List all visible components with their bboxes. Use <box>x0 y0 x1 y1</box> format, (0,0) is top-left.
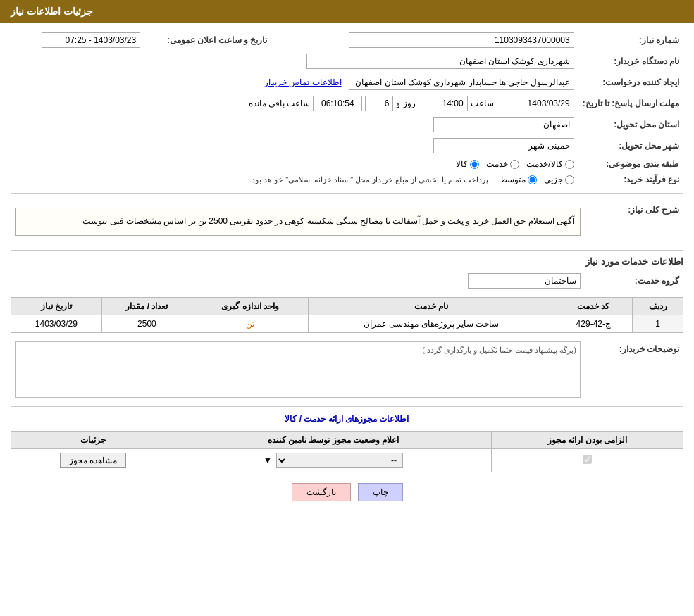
back-button[interactable]: بازگشت <box>292 483 351 501</box>
creator-input <box>349 75 574 90</box>
divider-2 <box>11 250 683 251</box>
permit-required-cell <box>492 448 683 472</box>
province-input <box>433 117 574 132</box>
main-content: شماره نیاز: تاریخ و ساعت اعلان عمومی: نا… <box>0 23 694 519</box>
buyer-notes-table: توضیحات خریدار: (برگه پیشنهاد قیمت حتما … <box>11 339 683 401</box>
col-header-name: نام خدمت <box>308 297 554 315</box>
view-permit-button[interactable]: مشاهده مجوز <box>60 453 126 468</box>
process-label: نوع فرآیند خرید: <box>578 172 683 187</box>
print-button[interactable]: چاپ <box>358 483 403 501</box>
response-days-input <box>365 96 393 111</box>
category-label: طبقه بندی موضوعی: <box>578 156 683 172</box>
bottom-buttons: چاپ بازگشت <box>11 483 683 501</box>
col-header-code: کد خدمت <box>554 297 633 315</box>
process-note: پرداخت تمام یا بخشی از مبلغ خریداز محل "… <box>249 175 488 184</box>
permits-table: الزامی بودن ارائه مجوز اعلام وضعیت مجوز … <box>11 431 683 472</box>
buyer-org-label: نام دستگاه خریدار: <box>578 51 683 72</box>
col-header-unit: واحد اندازه گیری <box>192 297 309 315</box>
province-label: استان محل تحویل: <box>578 114 683 135</box>
need-number-input <box>349 32 574 48</box>
need-description-text: آگهی استعلام حق العمل خرید و پخت و حمل آ… <box>82 216 574 226</box>
permit-status-cell: -- ▼ <box>175 448 491 472</box>
category-option-kala-khedmat[interactable]: کالا/خدمت <box>526 159 574 169</box>
need-description-box: آگهی استعلام حق العمل خرید و پخت و حمل آ… <box>15 208 581 236</box>
buyer-notes-label: توضیحات خریدار: <box>585 339 683 401</box>
buyer-org-input <box>306 54 574 69</box>
process-radio-group: جزیی متوسط <box>500 175 574 184</box>
cell-qty: 2500 <box>101 315 192 332</box>
category-option-kala[interactable]: کالا <box>456 159 479 169</box>
response-deadline-label: مهلت ارسال پاسخ: تا تاریخ: <box>578 93 683 114</box>
service-group-label: گروه خدمت: <box>585 270 683 291</box>
city-label: شهر محل تحویل: <box>578 135 683 156</box>
cell-date: 1403/03/29 <box>11 315 102 332</box>
col-header-qty: تعداد / مقدار <box>101 297 192 315</box>
permit-required-checkbox <box>583 455 592 464</box>
page-container: جزئیات اطلاعات نیاز شماره نیاز: تاریخ و … <box>0 0 694 616</box>
cell-row: 1 <box>633 315 683 332</box>
remaining-time-box: 06:10:54 <box>313 96 362 111</box>
process-option-motavaset[interactable]: متوسط <box>500 175 537 184</box>
service-group-table: گروه خدمت: <box>11 270 683 291</box>
category-radio-group: کالا/خدمت خدمت کالا <box>15 159 574 169</box>
description-table: شرح کلی نیاز: آگهی استعلام حق العمل خرید… <box>11 199 683 244</box>
announce-date-label: تاریخ و ساعت اعلان عمومی: <box>144 30 271 51</box>
permit-row: -- ▼ مشاهده مجوز <box>11 448 683 472</box>
divider-1 <box>11 193 683 194</box>
cell-name: ساخت سایر پروژه‌های مهندسی عمران <box>308 315 554 332</box>
permits-title: اطلاعات مجوزهای ارائه خدمت / کالا <box>11 414 683 427</box>
buyer-notes-box[interactable]: (برگه پیشنهاد قیمت حتما تکمیل و بارگذاری… <box>15 341 581 398</box>
info-table: شماره نیاز: تاریخ و ساعت اعلان عمومی: نا… <box>11 30 683 187</box>
category-option-khedmat[interactable]: خدمت <box>486 159 519 169</box>
time-label: ساعت <box>471 99 494 108</box>
cell-code: ج-42-429 <box>554 315 633 332</box>
response-time-input <box>419 96 468 111</box>
page-header: جزئیات اطلاعات نیاز <box>0 0 694 23</box>
divider-3 <box>11 406 683 407</box>
page-title: جزئیات اطلاعات نیاز <box>11 6 93 17</box>
permit-col-details: جزئیات <box>11 431 175 448</box>
services-title: اطلاعات خدمات مورد نیاز <box>11 256 683 267</box>
permit-col-status: اعلام وضعیت مجوز توسط نامین کننده <box>175 431 491 448</box>
cell-unit: تن <box>192 315 309 332</box>
service-group-input <box>468 273 581 289</box>
creator-label: ایجاد کننده درخواست: <box>578 72 683 93</box>
table-row: 1 ج-42-429 ساخت سایر پروژه‌های مهندسی عم… <box>11 315 683 332</box>
permit-status-select[interactable]: -- <box>276 453 403 468</box>
col-header-date: تاریخ نیاز <box>11 297 102 315</box>
need-number-label: شماره نیاز: <box>578 30 683 51</box>
response-date-input <box>497 96 574 111</box>
announce-date-input <box>42 32 140 48</box>
days-label: روز و <box>396 99 415 108</box>
permit-details-cell: مشاهده مجوز <box>11 448 175 472</box>
chevron-down-icon: ▼ <box>264 455 272 465</box>
services-table: ردیف کد خدمت نام خدمت واحد اندازه گیری ت… <box>11 297 683 333</box>
buyer-contact-link[interactable]: اطلاعات تماس خریدار <box>264 77 342 87</box>
city-input <box>433 138 574 153</box>
process-option-jozyi[interactable]: جزیی <box>544 175 574 184</box>
need-desc-label: شرح کلی نیاز: <box>585 199 683 244</box>
buyer-notes-text: (برگه پیشنهاد قیمت حتما تکمیل و بارگذاری… <box>422 346 576 354</box>
col-header-row: ردیف <box>633 297 683 315</box>
permit-col-required: الزامی بودن ارائه مجوز <box>492 431 683 448</box>
remaining-label: ساعت باقی مانده <box>249 99 311 108</box>
